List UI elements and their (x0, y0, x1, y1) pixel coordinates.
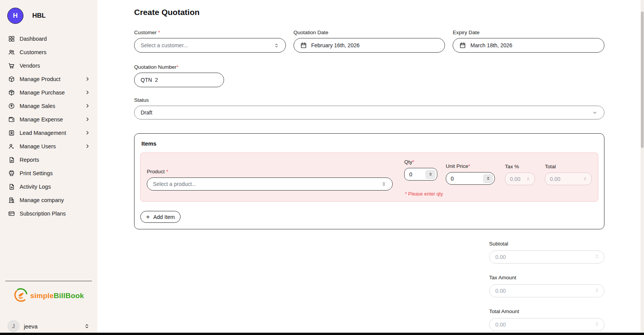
chevron-right-icon (85, 116, 90, 122)
chevron-up-down-icon (594, 322, 599, 328)
unit-price-input[interactable]: 0 (446, 172, 495, 185)
sidebar-item-subscription-plans[interactable]: Subscription Plans (0, 207, 97, 220)
sidebar-item-activity-logs[interactable]: Activity Logs (0, 180, 97, 193)
quotation-date-input[interactable]: February 16th, 2026 (294, 38, 445, 53)
tax-amount-label: Tax Amount (489, 275, 604, 280)
sidebar-item-reports[interactable]: Reports (0, 153, 97, 166)
customer-label: Customer* (134, 30, 286, 35)
simplebillbook-logo-icon (13, 287, 28, 304)
package-icon (8, 76, 15, 83)
subtotal-label: Subtotal (489, 241, 604, 247)
line-total-label: Total (545, 164, 592, 169)
user-avatar: J (7, 320, 20, 332)
user-menu[interactable]: J jeeva (0, 320, 97, 333)
status-label: Status (134, 97, 604, 103)
subtotal-input: 0.00 (489, 250, 604, 264)
unit-price-label: Unit Price* (446, 163, 495, 169)
chevron-right-icon (85, 103, 90, 109)
status-field-group: Status Draft (134, 97, 604, 119)
customers-icon (8, 49, 15, 56)
total-amount-label: Total Amount (489, 308, 604, 314)
qty-error-message: * Please enter qty (405, 191, 443, 197)
quotation-date-label: Quotation Date (294, 30, 445, 35)
subtotal-field-group: Subtotal 0.00 (489, 241, 604, 264)
rupee-circle-icon (8, 103, 15, 109)
doc-arrow-icon (8, 183, 15, 190)
tax-percent-label: Tax % (505, 164, 535, 169)
page-title: Create Quotation (134, 8, 604, 17)
required-asterisk: * (176, 64, 178, 70)
items-heading: Items (141, 140, 598, 147)
expiry-date-label: Expiry Date (453, 30, 604, 35)
sidebar: H HBL Dashboard Customers Vendors Manage… (0, 0, 97, 335)
sidebar-footer: simpleBillBook J jeeva (0, 281, 97, 333)
chevron-up-down-icon (381, 181, 387, 187)
sidebar-item-manage-sales[interactable]: Manage Sales (0, 99, 97, 113)
chevron-right-icon (85, 90, 90, 95)
report-doc-icon (8, 156, 15, 163)
sidebar-item-label: Manage Expense (20, 116, 63, 123)
chevron-up-down-icon (84, 323, 90, 329)
contact-card-icon (8, 129, 15, 136)
status-select[interactable]: Draft (134, 106, 604, 119)
sidebar-item-dashboard[interactable]: Dashboard (0, 32, 97, 45)
tax-amount-input: 0.00 (489, 284, 604, 297)
scrollbar-thumb[interactable] (641, 12, 644, 148)
tax-amount-field-group: Tax Amount 0.00 (489, 275, 604, 297)
qty-label: Qty* (404, 159, 437, 165)
wallet-icon (8, 116, 15, 123)
qty-input[interactable]: 0 (404, 168, 437, 181)
customer-select[interactable]: Select a customer... (134, 38, 286, 53)
window-bottom-edge (0, 333, 644, 335)
tax-percent-input: 0.00 (505, 172, 535, 185)
quotation-number-field-group: Quotation Number* QTN 2 (134, 64, 604, 87)
sidebar-item-label: Manage Sales (20, 103, 55, 109)
sidebar-item-customers[interactable]: Customers (0, 45, 97, 59)
sidebar-item-manage-users[interactable]: Manage Users (0, 139, 97, 153)
tax-percent-field-group: Tax % 0.00 (505, 164, 535, 185)
brand: H HBL (0, 0, 97, 24)
sidebar-item-lead-management[interactable]: Lead Management (0, 126, 97, 139)
items-section: Items Product* Select a product... Qty* … (134, 133, 604, 229)
add-item-button[interactable]: + Add Item (140, 211, 181, 223)
sidebar-item-manage-purchase[interactable]: Manage Purchase (0, 86, 97, 99)
qty-stepper[interactable] (425, 170, 435, 179)
sidebar-item-manage-company[interactable]: Manage company (0, 193, 97, 207)
sidebar-item-label: Activity Logs (20, 184, 51, 190)
sidebar-item-label: Vendors (20, 63, 40, 69)
sidebar-item-label: Customers (20, 49, 46, 55)
product-field-group: Product* Select a product... (147, 169, 393, 191)
required-asterisk: * (166, 169, 168, 174)
sidebar-item-label: Subscription Plans (20, 211, 66, 217)
quotation-date-field-group: Quotation Date February 16th, 2026 (294, 30, 445, 53)
package-arrow-icon (8, 89, 15, 96)
plus-icon: + (146, 214, 150, 220)
sidebar-item-label: Reports (20, 157, 39, 163)
total-amount-field-group: Total Amount 0.00 (489, 308, 604, 331)
expiry-date-input[interactable]: March 18th, 2026 (453, 38, 604, 53)
main-content: Create Quotation Customer* Select a cust… (97, 0, 644, 335)
brand-name: HBL (32, 12, 46, 20)
credit-card-icon (8, 210, 15, 217)
vertical-scrollbar[interactable] (641, 0, 644, 333)
sidebar-item-print-settings[interactable]: Print Settings (0, 166, 97, 180)
product-select[interactable]: Select a product... (147, 177, 393, 191)
sidebar-item-vendors[interactable]: Vendors (0, 59, 97, 72)
logo-text-billbook: BillBook (54, 292, 84, 300)
building-icon (8, 197, 15, 204)
simplebillbook-logo: simpleBillBook (0, 287, 97, 304)
quotation-number-input[interactable]: QTN 2 (134, 73, 224, 87)
unit-price-stepper[interactable] (483, 174, 493, 183)
sidebar-item-manage-expense[interactable]: Manage Expense (0, 113, 97, 126)
quotation-number-label: Quotation Number* (134, 64, 604, 70)
customer-field-group: Customer* Select a customer... (134, 30, 286, 53)
chevron-up-down-icon (594, 288, 599, 294)
chevron-right-icon (85, 130, 90, 136)
unit-price-field-group: Unit Price* 0 (446, 163, 495, 185)
required-asterisk: * (468, 163, 470, 169)
qty-field-group: Qty* 0 * Please enter qty (404, 159, 437, 181)
printer-icon (8, 170, 15, 177)
sidebar-item-manage-product[interactable]: Manage Product (0, 72, 97, 86)
chevron-up-down-icon (274, 43, 279, 48)
line-total-input: 0.00 (545, 172, 592, 185)
